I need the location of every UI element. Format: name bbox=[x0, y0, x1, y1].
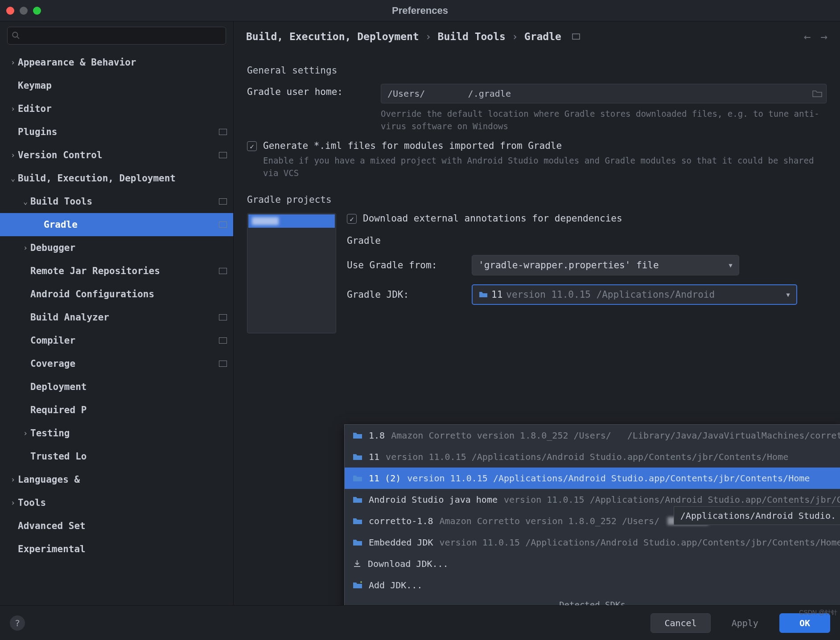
traffic-lights bbox=[6, 7, 41, 15]
generate-iml-hint: Enable if you have a mixed project with … bbox=[247, 155, 827, 179]
sidebar-item-debugger[interactable]: ›Debugger bbox=[0, 236, 233, 259]
sidebar: ›Appearance & BehaviorKeymap›EditorPlugi… bbox=[0, 21, 234, 605]
sidebar-item-label: Trusted Lo bbox=[30, 451, 86, 462]
gradle-project-item[interactable] bbox=[248, 214, 335, 228]
breadcrumb-part[interactable]: Gradle bbox=[524, 31, 561, 42]
sidebar-item-label: Build, Execution, Deployment bbox=[18, 173, 176, 184]
section-gradle-projects: Gradle projects bbox=[247, 194, 827, 205]
sidebar-item-advanced-set[interactable]: Advanced Set bbox=[0, 514, 233, 537]
sidebar-item-label: Version Control bbox=[18, 150, 103, 160]
project-settings: ✓ Download external annotations for depe… bbox=[347, 213, 827, 333]
sidebar-item-required-p[interactable]: Required P bbox=[0, 398, 233, 422]
generate-iml-label[interactable]: Generate *.iml files for modules importe… bbox=[263, 140, 562, 151]
jdk-option-name: Add JDK... bbox=[369, 580, 422, 591]
search-icon bbox=[12, 31, 20, 39]
sidebar-item-label: Deployment bbox=[30, 382, 86, 392]
sidebar-item-trusted-lo[interactable]: Trusted Lo bbox=[0, 445, 233, 468]
sidebar-item-tools[interactable]: ›Tools bbox=[0, 491, 233, 514]
sidebar-item-keymap[interactable]: Keymap bbox=[0, 74, 233, 97]
sidebar-item-label: Compiler bbox=[30, 335, 75, 346]
download-annotations-checkbox[interactable]: ✓ bbox=[347, 214, 357, 224]
sidebar-item-build-tools[interactable]: ⌄Build Tools bbox=[0, 190, 233, 213]
projects-pane: ✓ Download external annotations for depe… bbox=[247, 213, 827, 333]
modified-badge-icon bbox=[219, 222, 227, 228]
sidebar-item-deployment[interactable]: Deployment bbox=[0, 375, 233, 398]
chevron-icon: › bbox=[8, 151, 18, 160]
detected-sdks-header: Detected SDKs bbox=[345, 596, 840, 605]
jdk-option[interactable]: Embedded JDK version 11.0.15 /Applicatio… bbox=[345, 532, 840, 553]
jdk-option[interactable]: 11 version 11.0.15 /Applications/Android… bbox=[345, 446, 840, 468]
gradle-user-home-input[interactable] bbox=[381, 84, 827, 103]
svg-point-0 bbox=[12, 32, 17, 37]
chevron-icon: › bbox=[21, 429, 30, 438]
folder-icon bbox=[353, 538, 362, 546]
zoom-window-button[interactable] bbox=[33, 7, 41, 15]
sidebar-item-label: Editor bbox=[18, 103, 52, 114]
jdk-option-name: 11 (2) bbox=[369, 473, 401, 484]
gradle-projects-list[interactable] bbox=[247, 213, 336, 333]
sidebar-item-gradle[interactable]: Gradle bbox=[0, 213, 233, 236]
chevron-icon: › bbox=[8, 475, 18, 484]
breadcrumb-part[interactable]: Build, Execution, Deployment bbox=[246, 31, 419, 42]
sidebar-item-compiler[interactable]: Compiler bbox=[0, 329, 233, 352]
generate-iml-checkbox[interactable]: ✓ bbox=[247, 141, 257, 151]
download-icon bbox=[353, 559, 362, 568]
sidebar-item-testing[interactable]: ›Testing bbox=[0, 422, 233, 445]
folder-icon bbox=[353, 474, 362, 482]
use-gradle-from-select[interactable]: 'gradle-wrapper.properties' file ▾ bbox=[472, 255, 739, 275]
gradle-jdk-select[interactable]: 11 version 11.0.15 /Applications/Android… bbox=[472, 284, 797, 305]
reset-icon[interactable] bbox=[572, 33, 580, 40]
sidebar-item-label: Coverage bbox=[30, 358, 75, 369]
window-title: Preferences bbox=[0, 0, 840, 21]
sidebar-item-coverage[interactable]: Coverage bbox=[0, 352, 233, 375]
modified-badge-icon bbox=[219, 268, 227, 274]
breadcrumb-part[interactable]: Build Tools bbox=[438, 31, 506, 42]
chevron-icon: ⌄ bbox=[8, 174, 18, 183]
modified-badge-icon bbox=[219, 314, 227, 320]
folder-icon bbox=[479, 291, 488, 298]
sidebar-item-plugins[interactable]: Plugins bbox=[0, 120, 233, 144]
nav-back-button[interactable]: ← bbox=[804, 30, 811, 43]
sidebar-item-experimental[interactable]: Experimental bbox=[0, 537, 233, 561]
browse-folder-icon[interactable] bbox=[812, 90, 822, 98]
content: General settings Gradle user home: Overr… bbox=[234, 52, 840, 605]
sidebar-item-label: Required P bbox=[30, 405, 86, 415]
jdk-option[interactable]: 11 (2) version 11.0.15 /Applications/And… bbox=[345, 468, 840, 489]
sidebar-item-label: Gradle bbox=[44, 219, 78, 230]
chevron-icon: › bbox=[8, 58, 18, 67]
cancel-button[interactable]: Cancel bbox=[651, 613, 710, 633]
watermark: CSDN @针针 bbox=[799, 609, 837, 617]
gradle-jdk-label: Gradle JDK: bbox=[347, 289, 463, 300]
modified-badge-icon bbox=[219, 361, 227, 367]
gradle-user-home-row: Gradle user home: Override the default l… bbox=[247, 84, 827, 132]
download-annotations-label[interactable]: Download external annotations for depend… bbox=[363, 213, 622, 224]
sidebar-item-build-analyzer[interactable]: Build Analyzer bbox=[0, 306, 233, 329]
sidebar-item-appearance-behavior[interactable]: ›Appearance & Behavior bbox=[0, 51, 233, 74]
sidebar-item-build-execution-deployment[interactable]: ⌄Build, Execution, Deployment bbox=[0, 167, 233, 190]
close-window-button[interactable] bbox=[6, 7, 14, 15]
sidebar-item-label: Keymap bbox=[18, 80, 52, 91]
nav-arrows: ← → bbox=[804, 30, 828, 43]
sidebar-item-label: Languages & bbox=[18, 474, 80, 485]
jdk-option[interactable]: Download JDK... bbox=[345, 553, 840, 574]
sidebar-item-editor[interactable]: ›Editor bbox=[0, 97, 233, 120]
sidebar-item-languages-[interactable]: ›Languages & bbox=[0, 468, 233, 491]
minimize-window-button[interactable] bbox=[20, 7, 28, 15]
jdk-option[interactable]: 1.8 Amazon Corretto version 1.8.0_252 /U… bbox=[345, 425, 840, 446]
sidebar-item-version-control[interactable]: ›Version Control bbox=[0, 144, 233, 167]
body: ›Appearance & BehaviorKeymap›EditorPlugi… bbox=[0, 21, 840, 605]
gradle-jdk-value: 11 bbox=[491, 289, 502, 300]
sidebar-item-label: Android Configurations bbox=[30, 289, 154, 299]
sidebar-item-label: Build Tools bbox=[30, 196, 92, 207]
sidebar-item-remote-jar-repositories[interactable]: Remote Jar Repositories bbox=[0, 259, 233, 283]
nav-forward-button[interactable]: → bbox=[820, 30, 828, 43]
chevron-down-icon: ▾ bbox=[785, 289, 791, 300]
jdk-option[interactable]: Add JDK... bbox=[345, 574, 840, 596]
sidebar-item-android-configurations[interactable]: Android Configurations bbox=[0, 283, 233, 306]
jdk-option-name: Download JDK... bbox=[368, 558, 449, 569]
help-button[interactable]: ? bbox=[10, 615, 25, 631]
apply-button[interactable]: Apply bbox=[718, 613, 772, 633]
generate-iml-row: ✓ Generate *.iml files for modules impor… bbox=[247, 140, 827, 151]
settings-search-input[interactable] bbox=[7, 27, 226, 45]
folder-icon bbox=[353, 431, 362, 439]
